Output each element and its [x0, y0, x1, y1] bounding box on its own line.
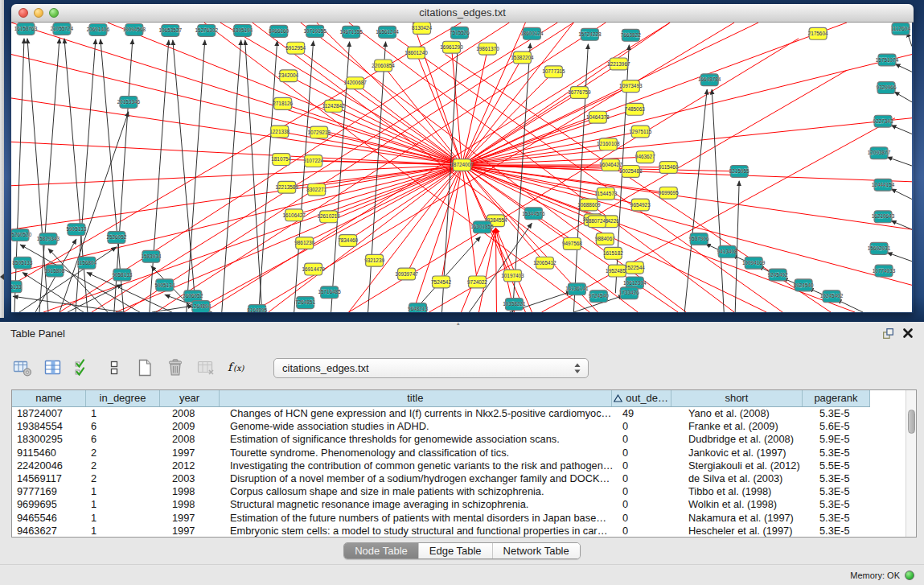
- graph-node[interactable]: 1810754: [271, 154, 291, 166]
- table-row[interactable]: 946362711997Embryonic stem cells: a mode…: [12, 525, 905, 538]
- graph-node[interactable]: 9497568: [562, 238, 582, 250]
- table-cell[interactable]: 2008: [162, 407, 222, 420]
- graph-node[interactable]: 8215955: [729, 166, 749, 178]
- graph-node[interactable]: 9115460: [659, 162, 679, 174]
- table-row[interactable]: 911546021997Tourette syndrome. Phenomeno…: [12, 447, 905, 459]
- function-builder-icon[interactable]: f(x): [225, 356, 248, 379]
- graph-node[interactable]: 15724228: [578, 28, 602, 40]
- graph-node[interactable]: 7264851: [295, 297, 315, 309]
- table-cell[interactable]: 2: [87, 459, 162, 472]
- graph-node[interactable]: 20691406: [87, 23, 110, 35]
- graph-node[interactable]: 1583934: [141, 250, 161, 262]
- table-cell[interactable]: 2003: [162, 472, 222, 485]
- show-columns-icon[interactable]: [42, 356, 64, 379]
- table-row[interactable]: 2242004622012Investigating the contribut…: [12, 459, 905, 472]
- graph-node[interactable]: 8466160: [269, 25, 289, 37]
- graph-node[interactable]: 16914479: [302, 263, 325, 275]
- graph-node[interactable]: 22060854: [372, 60, 395, 72]
- minimize-window-button[interactable]: [34, 8, 43, 18]
- graph-node[interactable]: 2718126: [273, 97, 293, 109]
- table-cell[interactable]: 0: [618, 433, 679, 446]
- table-cell[interactable]: 0: [618, 485, 679, 498]
- graph-node[interactable]: 15716485: [318, 286, 341, 299]
- table-cell[interactable]: 1: [87, 525, 162, 538]
- table-cell[interactable]: 0: [618, 459, 679, 472]
- table-cell[interactable]: Structural magnetic resonance image aver…: [222, 498, 618, 511]
- graph-node[interactable]: 20153346: [117, 96, 141, 108]
- graph-node[interactable]: 7515526: [450, 27, 470, 39]
- table-cell[interactable]: 22420046: [12, 459, 87, 472]
- table-cell[interactable]: 18300295: [12, 433, 87, 446]
- table-mode-icon[interactable]: [11, 356, 34, 379]
- create-column-icon[interactable]: [133, 356, 156, 379]
- graph-node[interactable]: 905133: [11, 281, 22, 293]
- graph-node[interactable]: 3915808: [45, 265, 65, 277]
- table-cell[interactable]: 1: [87, 407, 162, 420]
- table-row[interactable]: 977716911998Corpus callosum shape and si…: [12, 485, 905, 498]
- table-cell[interactable]: 1997: [162, 525, 222, 538]
- graph-node[interactable]: 2522544: [625, 262, 645, 274]
- graph-node[interactable]: 10653527: [159, 24, 183, 36]
- table-cell[interactable]: 0: [618, 525, 679, 538]
- table-cell[interactable]: Jankovic et al. (1997): [679, 447, 811, 459]
- table-cell[interactable]: Investigating the contribution of common…: [222, 459, 618, 472]
- graph-node[interactable]: 9724022: [467, 276, 487, 288]
- graph-node[interactable]: 16961290: [440, 41, 463, 53]
- table-cell[interactable]: 6: [87, 433, 162, 446]
- table-cell[interactable]: Estimation of the future numbers of pati…: [222, 512, 618, 525]
- graph-node[interactable]: 5905134: [154, 279, 175, 291]
- graph-node[interactable]: 10025488: [619, 166, 643, 178]
- graph-node[interactable]: 10774033: [873, 265, 896, 277]
- graph-node[interactable]: 12160108: [597, 138, 620, 150]
- table-cell[interactable]: 9699695: [12, 498, 87, 511]
- table-cell[interactable]: Disruption of a novel member of a sodium…: [222, 472, 618, 485]
- graph-node[interactable]: 10464378: [586, 111, 610, 123]
- graph-node[interactable]: 2342004: [278, 70, 298, 82]
- graph-node[interactable]: 9245402: [768, 269, 788, 281]
- graph-node[interactable]: 9861230: [294, 237, 314, 249]
- column-header-short[interactable]: short: [671, 390, 803, 406]
- graph-node[interactable]: 5912954: [285, 42, 306, 54]
- graph-node[interactable]: 16106427: [282, 209, 306, 221]
- collapsed-panel-strip[interactable]: [0, 0, 4, 318]
- table-cell[interactable]: 14569117: [12, 472, 87, 485]
- table-row[interactable]: 1830029562008Estimation of significance …: [12, 433, 905, 446]
- table-cell[interactable]: 2008: [162, 433, 222, 446]
- graph-node[interactable]: 8505133: [13, 257, 33, 269]
- table-cell[interactable]: Franke et al. (2009): [679, 420, 811, 433]
- table-cell[interactable]: 1997: [162, 447, 222, 459]
- column-header-title[interactable]: title: [220, 390, 612, 406]
- graph-node[interactable]: 1733426: [619, 287, 639, 299]
- table-cell[interactable]: 2: [87, 472, 162, 485]
- graph-node[interactable]: 18601240: [405, 47, 428, 59]
- graph-node[interactable]: 8130424: [412, 23, 432, 34]
- graph-node[interactable]: 9321239: [364, 254, 384, 266]
- table-cell[interactable]: 9465546: [12, 512, 87, 525]
- delete-column-icon[interactable]: [164, 356, 187, 379]
- scrollbar-thumb[interactable]: [908, 410, 915, 434]
- graph-node[interactable]: 8164895: [247, 305, 267, 312]
- table-cell[interactable]: 9777169: [12, 485, 87, 498]
- graph-node[interactable]: 19094568: [123, 23, 146, 35]
- citation-network-graph[interactable]: 1615876321055724206914061909456810653527…: [11, 23, 912, 312]
- graph-node[interactable]: 10729218: [307, 126, 331, 138]
- graph-node[interactable]: 16301855: [470, 221, 494, 233]
- graph-node[interactable]: 21055724: [51, 23, 74, 35]
- graph-node[interactable]: 16776759: [568, 87, 591, 99]
- graph-node[interactable]: 5905133: [66, 224, 86, 236]
- column-header-pagerank[interactable]: pagerank: [803, 390, 870, 406]
- graph-node[interactable]: 12444154: [872, 179, 895, 191]
- table-cell[interactable]: Genome-wide association studies in ADHD.: [222, 420, 618, 433]
- table-cell[interactable]: Hescheler et al. (1997): [679, 525, 811, 538]
- table-cell[interactable]: 2009: [162, 420, 222, 433]
- graph-node[interactable]: 16158763: [14, 23, 38, 35]
- graph-node[interactable]: 9329966: [877, 82, 897, 94]
- table-cell[interactable]: 5.5E-5: [811, 459, 880, 472]
- graph-node[interactable]: 10973493: [619, 80, 643, 93]
- graph-node[interactable]: 12610214: [317, 211, 340, 223]
- table-cell[interactable]: Stergiakouli et al. (2012): [679, 459, 811, 472]
- graph-node[interactable]: 16648784: [698, 74, 721, 86]
- graph-node[interactable]: 9699695: [659, 187, 679, 199]
- graph-node[interactable]: 1264894: [191, 301, 211, 312]
- graph-node[interactable]: 15344576: [522, 208, 545, 220]
